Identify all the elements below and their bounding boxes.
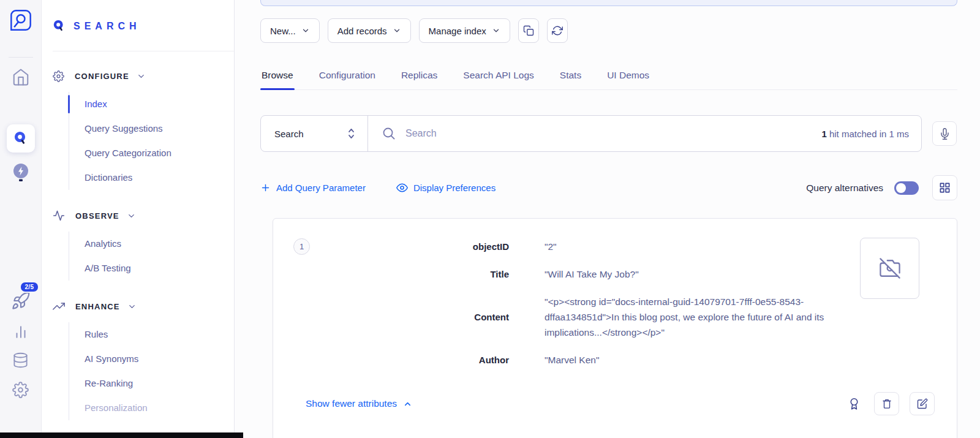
grid-icon: [939, 182, 951, 194]
sidebar-header: SEARCH: [53, 0, 234, 32]
search-stats: 1 hit matched in 1 ms: [821, 129, 909, 139]
section-observe-label: OBSERVE: [75, 211, 119, 221]
sidebar-item-query-categorization[interactable]: Query Categorization: [69, 141, 234, 165]
search-input[interactable]: [405, 128, 812, 139]
sidebar-item-rules[interactable]: Rules: [69, 322, 234, 347]
observe-items: Analytics A/B Testing: [69, 232, 234, 281]
data-sources-icon[interactable]: [12, 352, 29, 369]
hit-count: 1: [821, 129, 826, 139]
section-configure-label: CONFIGURE: [75, 72, 129, 81]
configure-gear-icon: [53, 70, 64, 82]
plus-icon: [260, 183, 271, 193]
tab-stats[interactable]: Stats: [559, 64, 582, 89]
section-observe-header[interactable]: OBSERVE: [53, 208, 234, 223]
eye-icon: [396, 182, 408, 194]
analytics-bars-icon[interactable]: [13, 324, 29, 340]
chevron-down-icon: [492, 26, 500, 35]
microphone-icon: [939, 128, 951, 140]
hit-rank-badge: 1: [293, 238, 310, 255]
query-options-row: Add Query Parameter Display Preferences …: [260, 175, 957, 200]
sidebar-item-ab-testing[interactable]: A/B Testing: [69, 256, 234, 281]
section-enhance: ENHANCE Rules AI Synonyms Re-Ranking Per…: [53, 299, 234, 420]
index-header-cutoff: [260, 0, 957, 6]
sidebar-item-analytics[interactable]: Analytics: [69, 232, 234, 256]
manage-index-label: Manage index: [429, 26, 486, 36]
display-preferences-link[interactable]: Display Preferences: [396, 182, 496, 194]
hit-footer: Show fewer attributes: [273, 392, 957, 415]
copy-index-button[interactable]: [518, 18, 539, 43]
search-sidebar: SEARCH CONFIGURE Index Query Suggestions: [42, 0, 235, 438]
observe-activity-icon: [53, 210, 65, 222]
enhance-trending-up-icon: [53, 300, 65, 312]
settings-gear-icon[interactable]: [12, 382, 29, 398]
section-configure: CONFIGURE Index Query Suggestions Query …: [53, 69, 234, 190]
query-right-group: Query alternatives: [806, 175, 957, 200]
add-query-parameter-label: Add Query Parameter: [276, 183, 366, 193]
chevron-down-icon: [127, 211, 136, 221]
refresh-button[interactable]: [547, 18, 568, 43]
recommend-icon[interactable]: [11, 162, 31, 183]
voice-search-button[interactable]: [932, 121, 957, 146]
section-enhance-label: ENHANCE: [75, 302, 120, 311]
edit-record-button[interactable]: [910, 392, 935, 415]
section-configure-header[interactable]: CONFIGURE: [53, 69, 234, 83]
home-icon[interactable]: [12, 68, 30, 86]
tab-ui-demos[interactable]: UI Demos: [606, 64, 650, 89]
sidebar-item-re-ranking[interactable]: Re-Ranking: [69, 371, 234, 396]
attribute-label-content: Content: [273, 309, 509, 325]
layout-grid-button[interactable]: [932, 175, 957, 200]
attribute-value-objectid: "2": [545, 239, 864, 254]
tab-configuration[interactable]: Configuration: [318, 64, 377, 89]
chevron-down-icon: [301, 26, 310, 35]
tab-browse[interactable]: Browse: [260, 64, 295, 89]
add-query-parameter-link[interactable]: Add Query Parameter: [260, 183, 366, 193]
show-fewer-label: Show fewer attributes: [306, 398, 397, 409]
query-alternatives-label: Query alternatives: [806, 183, 883, 194]
attribute-value-author: "Marvel Ken": [545, 352, 864, 368]
ranking-info-button[interactable]: [848, 398, 861, 410]
search-header-icon: [53, 20, 66, 32]
search-mode-value: Search: [274, 129, 304, 139]
award-ribbon-icon: [848, 398, 861, 410]
section-enhance-header[interactable]: ENHANCE: [53, 299, 234, 314]
delete-record-button[interactable]: [874, 392, 899, 415]
search-row: Search 1 hit matched in 1 ms: [260, 115, 957, 152]
hit-image-placeholder: [860, 238, 919, 299]
enhance-items: Rules AI Synonyms Re-Ranking Personaliza…: [69, 322, 234, 420]
attribute-label-author: Author: [273, 352, 509, 368]
index-toolbar: New... Add records Manage index: [260, 18, 957, 43]
sidebar-item-index[interactable]: Index: [69, 92, 234, 116]
copy-icon: [523, 25, 534, 36]
add-records-button[interactable]: Add records: [328, 18, 411, 43]
algolia-logo-icon[interactable]: [9, 9, 32, 32]
chevron-down-icon: [137, 72, 146, 81]
sidebar-item-personalization[interactable]: Personalization: [69, 396, 234, 420]
add-records-label: Add records: [337, 26, 387, 36]
new-button[interactable]: New...: [260, 18, 320, 43]
camera-off-icon: [880, 258, 900, 279]
hit-attributes: objectID "2" Title "Will AI Take My Job?…: [273, 239, 957, 368]
sidebar-item-query-suggestions[interactable]: Query Suggestions: [69, 116, 234, 141]
sidebar-item-dictionaries[interactable]: Dictionaries: [69, 165, 234, 190]
bottom-cutoff-strip: [0, 432, 243, 438]
search-mode-select[interactable]: Search: [261, 116, 368, 151]
search-input-wrap: 1 hit matched in 1 ms: [368, 116, 921, 151]
tab-search-api-logs[interactable]: Search API Logs: [462, 64, 535, 89]
refresh-icon: [552, 25, 563, 36]
usage-badge: 2/5: [20, 281, 40, 293]
search-product-icon: [13, 131, 28, 146]
tab-replicas[interactable]: Replicas: [400, 64, 439, 89]
search-product-tile[interactable]: [7, 124, 35, 153]
sidebar-item-ai-synonyms[interactable]: AI Synonyms: [69, 347, 234, 371]
trash-icon: [881, 398, 892, 409]
edit-icon: [917, 398, 928, 409]
hit-card: 1 objectID "2" Title "Will AI Take My Jo…: [273, 218, 957, 438]
attribute-label-title: Title: [273, 266, 509, 282]
query-alternatives-toggle[interactable]: [894, 181, 919, 195]
show-fewer-attributes-link[interactable]: Show fewer attributes: [306, 398, 412, 409]
manage-index-button[interactable]: Manage index: [419, 18, 510, 43]
upgrade-rocket[interactable]: 2/5: [11, 291, 31, 311]
index-tabs: Browse Configuration Replicas Search API…: [260, 64, 957, 90]
app-icon-rail: 2/5: [0, 0, 42, 438]
chevron-updown-icon: [346, 127, 356, 140]
